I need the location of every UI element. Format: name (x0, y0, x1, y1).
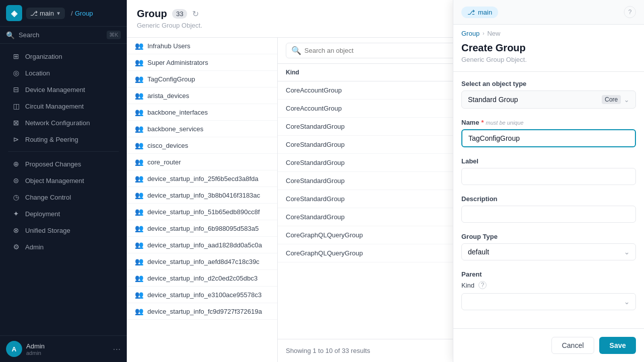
group-type-select[interactable]: default custom (461, 243, 636, 260)
refresh-icon[interactable]: ↻ (192, 9, 199, 19)
save-button[interactable]: Save (599, 337, 636, 354)
list-item[interactable]: 👥 Super Administrators (127, 54, 277, 71)
branch-label: main (40, 10, 54, 17)
group-icon: 👥 (135, 58, 143, 66)
create-group-drawer: ⎇ main ? Group › New Create Group Generi… (453, 0, 644, 362)
list-item-label: TagConfigGroup (147, 75, 195, 83)
cancel-button[interactable]: Cancel (551, 337, 595, 354)
name-label: Name * must be unique (461, 119, 636, 126)
cell-kind: CoreAccountGroup (278, 81, 478, 100)
showing-text: Showing 1 to 10 of 33 results (286, 347, 370, 354)
sidebar-item-change-control[interactable]: ◷ Change Control (4, 189, 123, 205)
name-input[interactable] (461, 129, 636, 147)
breadcrumb-sep: / (71, 10, 73, 17)
cell-kind: CoreGraphQLQueryGroup (278, 226, 478, 244)
drawer-header: ⎇ main ? (453, 0, 644, 25)
object-type-section: Select an object type Standard Group Cor… (461, 80, 636, 109)
sidebar-item-object-management[interactable]: ⊜ Object Management (4, 172, 123, 189)
routing-peering-icon: ⊳ (12, 135, 20, 143)
list-item-label: device_startup_info_d2c0ed2c05dbc3 (147, 275, 258, 282)
circuit-management-icon: ◫ (12, 102, 20, 110)
page-title: Group (137, 8, 167, 20)
sidebar-item-organization[interactable]: ⊞ Organization (4, 48, 123, 64)
group-type-select-wrapper: default custom (461, 243, 636, 260)
search-bar[interactable]: 🔍 Search ⌘K (0, 27, 127, 44)
list-item[interactable]: 👥 device_startup_info_51b65edb890cc8f (127, 204, 277, 220)
sidebar: ◈ ⎇ main ▼ / Group 🔍 Search ⌘K ⊞ Organiz… (0, 0, 127, 362)
help-icon: ? (628, 9, 632, 16)
list-item[interactable]: 👥 core_router (127, 154, 277, 170)
list-item[interactable]: 👥 device_startup_info_aefd8d47c18c39c (127, 253, 277, 270)
list-item[interactable]: 👥 device_startup_info_d2c0ed2c05dbc3 (127, 270, 277, 287)
col-kind: Kind (278, 64, 478, 81)
breadcrumb-current[interactable]: Group (75, 10, 93, 17)
list-panel: 👥 Infrahub Users 👥 Super Administrators … (127, 38, 278, 362)
sidebar-item-proposed-changes[interactable]: ⊕ Proposed Changes (4, 156, 123, 172)
group-icon: 👥 (135, 125, 143, 133)
list-item-label: backbone_interfaces (147, 109, 208, 116)
object-management-icon: ⊜ (12, 176, 20, 185)
sidebar-item-label: Network Configuration (25, 119, 90, 127)
group-icon: 👥 (135, 257, 143, 265)
sidebar-item-routing-peering[interactable]: ⊳ Routing & Peering (4, 131, 123, 147)
sidebar-item-admin[interactable]: ⚙ Admin (4, 239, 123, 255)
list-item-label: device_startup_info_aad1828dd0a5c0a (147, 241, 262, 249)
change-control-icon: ◷ (12, 193, 20, 201)
sidebar-item-location[interactable]: ◎ Location (4, 65, 123, 81)
branch-badge-label: main (478, 9, 492, 16)
sidebar-item-network-configuration[interactable]: ⊠ Network Configuration (4, 115, 123, 131)
table-search-icon: 🔍 (291, 46, 301, 55)
group-icon: 👥 (135, 174, 143, 183)
sidebar-item-label: Circuit Management (25, 103, 84, 110)
list-item[interactable]: 👥 Infrahub Users (127, 38, 277, 54)
proposed-changes-icon: ⊕ (12, 160, 20, 168)
list-item[interactable]: 👥 device_startup_info_e3100ace95578c3 (127, 287, 277, 303)
sidebar-item-deployment[interactable]: ✦ Deployment (4, 206, 123, 222)
list-item[interactable]: 👥 device_startup_info_fc9d9727f372619a (127, 303, 277, 320)
group-icon: 👥 (135, 158, 143, 166)
list-item[interactable]: 👥 backbone_interfaces (127, 104, 277, 121)
help-button[interactable]: ? (624, 6, 636, 18)
description-input[interactable] (461, 206, 636, 223)
sidebar-item-circuit-management[interactable]: ◫ Circuit Management (4, 98, 123, 114)
list-item[interactable]: 👥 arista_devices (127, 87, 277, 104)
nav-divider (8, 151, 119, 152)
drawer-footer: Cancel Save (453, 328, 644, 362)
cell-kind: CoreStandardGroup (278, 172, 478, 190)
cell-kind: CoreStandardGroup (278, 136, 478, 154)
group-icon: 👥 (135, 241, 143, 249)
parent-kind-help-icon[interactable]: ? (478, 281, 487, 289)
list-item[interactable]: 👥 device_startup_info_3b8b0416f3183ac (127, 187, 277, 204)
cell-kind: CoreGraphQLQueryGroup (278, 244, 478, 262)
sidebar-item-label: Unified Storage (25, 227, 70, 234)
sidebar-item-label: Location (25, 69, 50, 77)
parent-input[interactable] (461, 293, 636, 310)
avatar-initials: A (12, 345, 16, 353)
drawer-body: Select an object type Standard Group Cor… (453, 72, 644, 328)
sidebar-item-label: Organization (25, 53, 62, 60)
deployment-icon: ✦ (12, 210, 20, 218)
sidebar-item-unified-storage[interactable]: ⊗ Unified Storage (4, 222, 123, 238)
location-icon: ◎ (12, 69, 20, 77)
list-item-label: backbone_services (147, 125, 203, 133)
branch-selector[interactable]: ⎇ main ▼ (26, 8, 65, 19)
group-icon: 👥 (135, 224, 143, 232)
sidebar-nav: ⊞ Organization ◎ Location ⊟ Device Manag… (0, 44, 127, 335)
label-input[interactable] (461, 168, 636, 185)
branch-badge[interactable]: ⎇ main (461, 7, 498, 18)
list-item-label: device_startup_info_aefd8d47c18c39c (147, 258, 260, 265)
sidebar-item-device-management[interactable]: ⊟ Device Management (4, 81, 123, 98)
list-item[interactable]: 👥 device_startup_info_25f6b5ecd3a8fda (127, 170, 277, 187)
breadcrumb-group-link[interactable]: Group (461, 30, 479, 37)
unified-storage-icon: ⊗ (12, 226, 20, 234)
list-item[interactable]: 👥 TagConfigGroup (127, 71, 277, 87)
list-item[interactable]: 👥 device_startup_info_aad1828dd0a5c0a (127, 237, 277, 253)
user-info: Admin admin (26, 342, 109, 356)
list-item[interactable]: 👥 cisco_devices (127, 137, 277, 154)
user-more-icon[interactable]: ⋯ (113, 344, 121, 354)
list-item[interactable]: 👥 backbone_services (127, 121, 277, 137)
object-type-selector[interactable]: Standard Group Core ⌄ (461, 90, 636, 109)
list-item[interactable]: 👥 device_startup_info_6b988095d583a5 (127, 220, 277, 237)
cell-kind: CoreStandardGroup (278, 118, 478, 136)
must-unique-label: must be unique (486, 120, 523, 126)
